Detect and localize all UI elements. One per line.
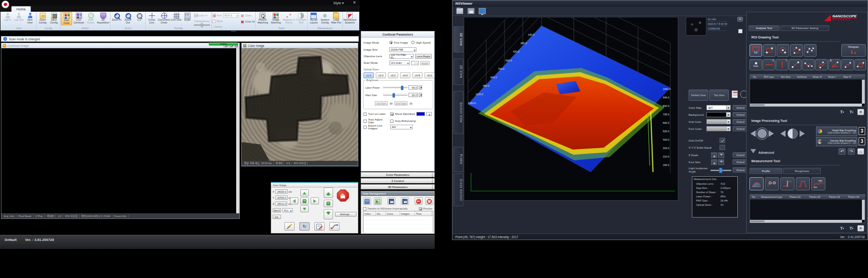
contrast-tool-button[interactable]: Contrast Tool	[296, 12, 307, 24]
stage-right-button[interactable]	[311, 197, 319, 204]
tab-2d-view[interactable]: 2D View	[453, 59, 463, 85]
3d-surface-view[interactable]: 140.0280.0420.0560.0700.0840.0980.01120.…	[464, 17, 678, 201]
horizontal-scrollbar[interactable]	[750, 220, 862, 223]
nanoscope-systems-button[interactable]: Nanoscope Systems	[343, 12, 356, 24]
export-excel-button[interactable]: ✕	[857, 109, 864, 115]
main-gain-slider[interactable]	[383, 95, 408, 96]
intensity-smoothing-row[interactable]: Intensity Map Smoothing(Odd number betwe…	[816, 137, 857, 146]
export-excel-button[interactable]: ✕	[857, 225, 864, 232]
save-button[interactable]	[387, 197, 395, 205]
z-scale-up-button[interactable]	[711, 152, 717, 158]
stage-x-field[interactable]: 26020.0	[275, 189, 288, 194]
export-text-all-button[interactable]: T▾	[848, 225, 855, 231]
measure-step-button[interactable]	[780, 177, 794, 190]
saturated-color-swatch[interactable]	[416, 112, 425, 116]
stage-up-button[interactable]	[300, 189, 309, 196]
roi-point-button[interactable]: Point	[749, 59, 762, 70]
live-color-button[interactable]: Live Color	[61, 12, 72, 25]
column-header[interactable]: Param.01	[786, 195, 805, 199]
slider-handle[interactable]	[401, 86, 403, 90]
open-file-button[interactable]	[456, 8, 463, 14]
section-header[interactable]: Z Control	[361, 178, 435, 183]
roi-x-line-button[interactable]: X	[763, 59, 775, 70]
auto-stage-title[interactable]: Auto Stage	[271, 183, 358, 188]
slider-handle[interactable]	[201, 23, 203, 27]
z-scale-down-button[interactable]	[718, 152, 724, 158]
edit-positions-button[interactable]	[314, 222, 325, 231]
roi-results-table[interactable]: No.ROI typeRoi SizeVol/AreaMean HMean IM…	[749, 74, 865, 107]
column-header[interactable]: No.	[750, 195, 758, 199]
column-header[interactable]: ROI type	[760, 75, 778, 79]
laser-power-stepper[interactable]	[419, 85, 422, 90]
roi-dropdown[interactable]: ROI 0	[223, 13, 239, 18]
xyz-equal-checkbox[interactable]	[720, 145, 725, 150]
font-size-down-button[interactable]	[718, 159, 724, 165]
main-gain-field[interactable]: 50.0	[408, 93, 418, 97]
export-text-all-button[interactable]: T▾	[848, 109, 855, 115]
grid-color-dropdown[interactable]	[706, 119, 731, 124]
preview-toggle[interactable]: Preview	[419, 206, 432, 211]
contrast-down-button[interactable]	[780, 130, 786, 137]
path-sequence-button[interactable]	[329, 222, 340, 231]
transfer-toggle[interactable]: Transfer to NSViewer Automatically	[363, 206, 408, 211]
fine-image-radio[interactable]	[389, 41, 393, 44]
slider-handle[interactable]	[393, 93, 395, 98]
export-text-button[interactable]: T▾	[838, 225, 846, 231]
new-user-button[interactable]: New User	[24, 12, 36, 24]
column-header[interactable]: Images	[400, 211, 415, 216]
optical-zoom-button[interactable]: x3.0	[388, 72, 398, 78]
roi-show-toggle[interactable]: Show	[212, 19, 239, 23]
roi-curve-button[interactable]	[841, 59, 854, 70]
column-header[interactable]: Param.02	[805, 195, 825, 199]
tab-profile[interactable]: Profile	[453, 147, 463, 172]
image-stitching-button[interactable]: Image Stitching	[269, 12, 282, 24]
table-body[interactable]	[364, 216, 433, 233]
first-gain-button[interactable]: 1st Gain	[375, 101, 388, 105]
auto-focus-button[interactable]: Auto Focus	[85, 12, 96, 24]
transparency-slider[interactable]	[194, 24, 210, 26]
set-button[interactable]: Set 0	[273, 208, 281, 212]
measurement-results-table[interactable]: No.Measurement typeParam.01Param.02Param…	[749, 194, 865, 223]
auto-adjust-gain-checkbox[interactable]	[364, 120, 367, 123]
title-bar[interactable]: NSViewer	[453, 0, 868, 7]
turn-on-laser-checkbox[interactable]	[364, 113, 367, 116]
export-format-dropdown[interactable]: AVI	[390, 125, 413, 129]
scan-value-field[interactable]: 0.0	[411, 61, 419, 65]
stage-z-field[interactable]: 18312.0	[275, 202, 287, 206]
confocal-image-view[interactable]	[1, 48, 236, 213]
brightness-up-button[interactable]	[769, 130, 774, 137]
tab-3d-view[interactable]: 3D View	[453, 26, 463, 53]
column-header[interactable]: Lines	[386, 211, 400, 216]
measure-2points-button[interactable]: Measure 2 Points	[282, 12, 296, 24]
save-config-button[interactable]: Save Config	[48, 12, 59, 24]
slider-handle[interactable]	[719, 168, 722, 173]
settings-button[interactable]: Settings...	[335, 212, 356, 217]
column-header[interactable]: Roi Size	[778, 75, 794, 79]
column-header[interactable]: Max H	[840, 75, 855, 79]
optical-zoom-button[interactable]: x6.0	[424, 72, 435, 78]
optical-zoom-button[interactable]: x1.0	[364, 72, 374, 78]
column-header[interactable]: Vol/Area	[794, 75, 810, 79]
scan-mode-dropdown[interactable]: Uni-scan	[389, 60, 410, 65]
column-header[interactable]: Time	[415, 211, 432, 216]
main-gain-stepper[interactable]	[419, 93, 422, 97]
roi-circle-button[interactable]	[777, 44, 789, 57]
column-header[interactable]: Mean H	[810, 75, 825, 79]
laser-power-slider[interactable]	[383, 87, 408, 88]
roi-angle-button[interactable]: A	[828, 59, 841, 70]
show-checkbox[interactable]	[212, 20, 215, 23]
z-up-button[interactable]	[324, 188, 333, 198]
roi-freeform-button[interactable]	[804, 44, 816, 57]
load-raw-file-button[interactable]: Load Raw File	[331, 12, 342, 24]
tab-measure-profile[interactable]: Profile	[749, 168, 782, 174]
save-file-button[interactable]	[467, 8, 475, 14]
font-size-up-button[interactable]	[711, 159, 717, 165]
confocal-pane-titlebar[interactable]: Confocal Image	[1, 43, 239, 48]
concentric-circle-button[interactable]: Concentric Circle	[157, 12, 171, 24]
pattern-matching-button[interactable]: Pattern Matching	[256, 12, 269, 24]
display-button[interactable]	[479, 8, 486, 14]
roi-define-button[interactable]: ╱Define	[212, 24, 239, 29]
roi-clear-button[interactable]: Clear	[241, 13, 254, 18]
panel-title[interactable]: Confocal Parameters	[361, 31, 434, 38]
wand-tool-button[interactable]	[284, 222, 295, 231]
